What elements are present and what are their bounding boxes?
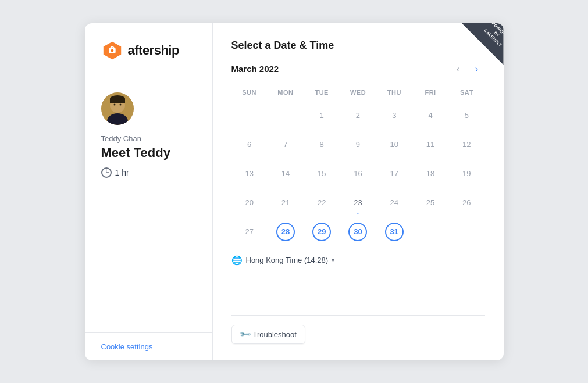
calendly-badge-text: POWEREDBYCalendly [483,23,504,48]
calendar-day: 17 [376,160,412,188]
day-headers: SUN MON TUE WED THU FRI SAT [231,87,485,98]
troubleshoot-section: 🔧 Troubleshoot [231,315,485,344]
calendar-day: 27 [231,218,268,246]
calendar-day: 21 [268,189,304,217]
calendar-day: 1 [304,102,340,130]
left-panel: aftership Tedd [85,23,213,360]
wrench-icon: 🔧 [238,328,251,341]
calendar-weeks: 1234567891011121314151617181920212223242… [231,102,485,246]
day-header-thu: THU [376,87,412,98]
avatar [101,92,134,125]
month-label: March 2022 [231,64,448,74]
spacer [231,266,485,315]
day-header-sat: SAT [448,87,484,98]
calendar-day[interactable]: 29 [304,218,340,246]
logo-text: aftership [128,43,179,58]
troubleshoot-label: Troubleshoot [253,330,297,339]
day-header-wed: WED [340,87,376,98]
right-panel: POWEREDBYCalendly Select a Date & Time M… [213,23,504,360]
troubleshoot-button[interactable]: 🔧 Troubleshoot [231,325,305,344]
timezone-caret-icon: ▾ [332,257,334,263]
calendar-day[interactable]: 30 [340,218,376,246]
day-header-fri: FRI [412,87,448,98]
timezone-label: Hong Kong Time (14:28) [246,256,329,264]
calendar-day [412,218,448,246]
calendar-day: 11 [412,131,448,159]
calendar-day: 7 [268,131,304,159]
calendar-week-1: 12345 [231,102,485,130]
calendar-day: 8 [304,131,340,159]
next-month-button[interactable]: › [469,61,485,77]
clock-icon [101,167,112,178]
calendar-day: 18 [412,160,448,188]
calendar-day [268,102,304,130]
calendar-header: March 2022 ‹ › [231,61,485,77]
svg-point-9 [119,103,121,105]
logo-section: aftership [85,23,212,76]
timezone-selector[interactable]: 🌐 Hong Kong Time (14:28) ▾ [231,255,485,266]
calendar-day[interactable]: 31 [376,218,412,246]
aftership-logo-icon [101,40,123,62]
svg-point-2 [111,49,113,52]
calendar-day: 13 [231,160,268,188]
calendar-day[interactable]: 28 [268,218,304,246]
prev-month-button[interactable]: ‹ [450,61,466,77]
svg-point-8 [113,103,115,105]
cookie-settings-link[interactable]: Cookie settings [85,332,212,360]
calendar-day: 24 [376,189,412,217]
duration-label: 1 hr [115,168,129,177]
calendar-day: 12 [448,131,484,159]
calendar-day: 3 [376,102,412,130]
calendar-day: 16 [340,160,376,188]
calendar-day: 15 [304,160,340,188]
calendar-week-4: 20212223242526 [231,189,485,217]
calendar-day: 14 [268,160,304,188]
profile-section: Teddy Chan Meet Teddy 1 hr [85,76,212,332]
calendar-day: 20 [231,189,268,217]
host-name: Teddy Chan [101,134,196,143]
main-card: aftership Tedd [85,23,504,360]
duration-row: 1 hr [101,167,196,178]
meeting-title: Meet Teddy [101,145,196,160]
globe-icon: 🌐 [231,255,243,266]
calendar-day: 23 [340,189,376,217]
calendar-day [448,218,484,246]
calendar-day: 25 [412,189,448,217]
day-header-sun: SUN [231,87,268,98]
calendar-week-5: 2728293031 [231,218,485,246]
calendar-week-2: 6789101112 [231,131,485,159]
calendar-day: 26 [448,189,484,217]
section-title: Select a Date & Time [231,40,485,52]
calendar-day: 6 [231,131,268,159]
calendar-day: 9 [340,131,376,159]
day-header-mon: MON [268,87,304,98]
calendar-day: 2 [340,102,376,130]
svg-rect-7 [110,99,125,103]
calendar-day: 22 [304,189,340,217]
calendar-day: 5 [448,102,484,130]
calendar-day [231,102,268,130]
calendar-grid: SUN MON TUE WED THU FRI SAT 123456789101… [231,87,485,246]
day-header-tue: TUE [304,87,340,98]
calendar-day: 4 [412,102,448,130]
calendar-day: 19 [448,160,484,188]
calendar-week-3: 13141516171819 [231,160,485,188]
calendar-day: 10 [376,131,412,159]
